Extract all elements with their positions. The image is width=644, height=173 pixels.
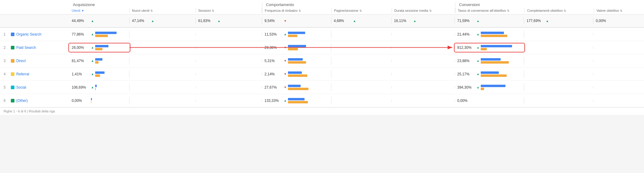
bar-wrap [481, 74, 521, 77]
bar-wrap [95, 71, 127, 74]
channel-color-indicator [11, 59, 14, 63]
trend-up-icon: ▲ [91, 72, 94, 76]
bar-wrap [481, 85, 521, 87]
col-header-valore[interactable]: Valore obiettivo ⇅ [594, 8, 644, 13]
bar-segment [288, 45, 306, 47]
data-cell [593, 46, 644, 49]
data-cell [593, 86, 644, 89]
col-header-durata[interactable]: Durata sessione media ⇅ [392, 8, 455, 13]
data-cell: 5,31%▼ [262, 57, 331, 65]
cell-value: 25,17% [457, 72, 475, 76]
channel-link[interactable]: (Other) [16, 99, 28, 103]
data-cell [392, 99, 455, 102]
bar-chart-mini [95, 85, 127, 90]
col-header-pagine[interactable]: Pagine/sessione ⇅ [332, 8, 392, 13]
bar-wrap [481, 58, 521, 61]
bar-chart-mini [288, 32, 329, 37]
cell-value: 1,41% [72, 72, 90, 76]
bar-chart-mini [95, 58, 127, 64]
data-cell [196, 73, 262, 75]
sort-icon-freq: ⇅ [299, 9, 301, 12]
data-cell: 25,17%▲ [455, 70, 524, 78]
trend-up-icon: ▲ [91, 19, 94, 23]
bar-segment [91, 101, 91, 103]
data-cell [331, 73, 392, 75]
bar-wrap [91, 98, 127, 100]
bar-wrap [95, 35, 127, 37]
data-cell: 23,88%▲ [455, 57, 524, 65]
bar-segment [288, 101, 308, 103]
conv-col-headers: Tasso di conversione all'obiettivo ⇅ Com… [455, 8, 644, 13]
cell-value: 106,69% [72, 85, 90, 90]
bar-segment [288, 71, 302, 74]
data-cell [196, 86, 262, 89]
data-cell: 0,00% [455, 97, 524, 104]
data-cell [196, 60, 262, 62]
data-cell [331, 60, 392, 62]
col-header-sessioni[interactable]: Sessioni ⇅ [196, 8, 262, 13]
bar-wrap [91, 101, 127, 103]
trend-up-icon: ▲ [477, 19, 480, 23]
channel-link[interactable]: Organic Search [16, 32, 41, 36]
bar-wrap [95, 58, 127, 61]
channel-color-indicator [11, 46, 14, 49]
bar-chart-mini [481, 32, 521, 37]
bar-wrap [95, 61, 127, 64]
channel-link[interactable]: Paid Search [16, 46, 36, 50]
bar-chart-mini [481, 45, 521, 50]
bar-wrap [288, 98, 329, 100]
cell-value: 81,47% [72, 59, 90, 63]
trend-up-icon: ▲ [353, 19, 356, 23]
cell-value: 0,00% [457, 99, 475, 103]
data-cell [130, 46, 196, 49]
bar-segment [95, 58, 102, 61]
bar-wrap [95, 48, 127, 50]
bar-segment [95, 61, 98, 64]
trend-up-icon: ▲ [91, 33, 94, 36]
bar-chart-mini [288, 85, 329, 90]
data-cell [524, 46, 593, 49]
trend-up-icon: ▲ [546, 19, 549, 23]
data-cell [524, 60, 593, 62]
channel-link[interactable]: Direct [16, 59, 26, 63]
row-number: 3 [4, 59, 8, 63]
bar-segment [481, 58, 501, 61]
section-title-comportamento: Comportamento [262, 2, 455, 7]
col-header-nuovi[interactable]: Nuovi utenti ⇅ [130, 8, 196, 13]
bar-wrap [288, 58, 329, 61]
col-header-tasso[interactable]: Tasso di conversione all'obiettivo ⇅ [455, 8, 525, 13]
bar-wrap [288, 71, 329, 74]
bar-segment [481, 85, 506, 87]
bar-chart-mini [481, 58, 521, 64]
bar-wrap [288, 74, 329, 77]
col-header-freq[interactable]: Frequenza di rimbalzo ⇅ [262, 8, 332, 13]
bar-segment [288, 48, 298, 50]
data-cell: 133,33%▲ [262, 97, 331, 105]
data-cell [331, 46, 392, 49]
bar-chart-mini [288, 58, 329, 64]
channel-link[interactable]: Social [16, 85, 26, 90]
channel-link[interactable]: Referral [16, 72, 29, 76]
comp-col-headers: Frequenza di rimbalzo ⇅ Pagine/sessione … [262, 8, 455, 13]
bar-segment [481, 32, 504, 34]
bar-segment [481, 71, 499, 74]
footer: Righe 1 - 6 di 6 | Risultati della riga [0, 107, 644, 115]
cell-value: 77,86% [72, 32, 90, 36]
row-number: 5 [4, 85, 8, 90]
bar-wrap [481, 32, 521, 34]
bar-wrap [95, 45, 127, 47]
bar-wrap [288, 35, 329, 37]
data-cell: 26,00%▲ [69, 44, 130, 52]
column-headers-row: Acquisizione Utenti ▼ Nuovi utenti ⇅ Ses… [0, 0, 644, 14]
data-cell [593, 60, 644, 62]
col-header-completamenti[interactable]: Completamenti obiettivo ⇅ [525, 8, 594, 13]
data-cell [130, 33, 196, 36]
cell-value: 11,53% [264, 32, 283, 36]
section-conversioni: Conversioni Tasso di conversione all'obi… [455, 2, 644, 13]
cell-value: 29,36% [264, 46, 283, 50]
trend-up-icon: ▲ [284, 99, 287, 102]
total-nuovi: 47,14% ▲ [130, 17, 196, 24]
col-header-utenti[interactable]: Utenti ▼ [69, 8, 130, 13]
bar-segment [481, 61, 509, 64]
data-cell: 27,67%▼ [262, 83, 331, 91]
